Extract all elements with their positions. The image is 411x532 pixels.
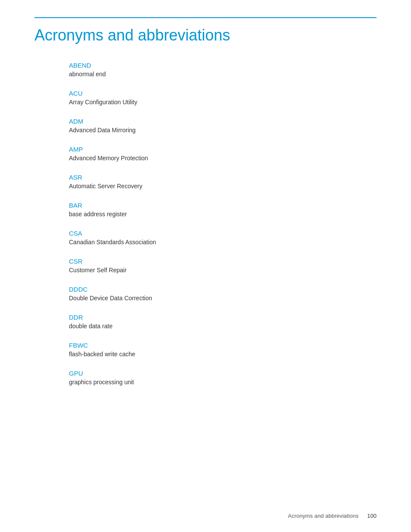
acronym-definition: Canadian Standards Association <box>69 239 377 246</box>
acronym-definition: Advanced Memory Protection <box>69 155 377 162</box>
page-container: Acronyms and abbreviations ABENDabnormal… <box>0 0 411 532</box>
acronym-item: ACUArray Configuration Utility <box>69 90 377 106</box>
acronym-definition: base address register <box>69 211 377 218</box>
acronym-item: BARbase address register <box>69 202 377 218</box>
acronym-term: CSR <box>69 258 377 265</box>
acronym-item: GPUgraphics processing unit <box>69 370 377 386</box>
acronym-item: CSRCustomer Self Repair <box>69 258 377 274</box>
acronym-definition: Array Configuration Utility <box>69 99 377 106</box>
page-title: Acronyms and abbreviations <box>34 26 377 44</box>
acronym-definition: flash-backed write cache <box>69 351 377 358</box>
acronym-definition: Automatic Server Recovery <box>69 183 377 190</box>
acronym-term: AMP <box>69 146 377 153</box>
acronym-term: FBWC <box>69 342 377 349</box>
acronym-term: ASR <box>69 174 377 181</box>
footer-text: Acronyms and abbreviations <box>288 513 358 519</box>
acronym-definition: Customer Self Repair <box>69 267 377 274</box>
acronym-term: ABEND <box>69 62 377 69</box>
top-rule <box>34 17 377 18</box>
footer-page-number: 100 <box>367 513 377 519</box>
acronym-term: ADM <box>69 118 377 125</box>
acronym-definition: double data rate <box>69 323 377 330</box>
acronyms-list: ABENDabnormal endACUArray Configuration … <box>34 62 377 386</box>
acronym-item: CSACanadian Standards Association <box>69 230 377 246</box>
acronym-term: DDDC <box>69 286 377 293</box>
acronym-item: AMPAdvanced Memory Protection <box>69 146 377 162</box>
acronym-item: ADMAdvanced Data Mirroring <box>69 118 377 134</box>
acronym-definition: abnormal end <box>69 71 377 78</box>
acronym-term: GPU <box>69 370 377 377</box>
page-footer: Acronyms and abbreviations 100 <box>288 513 377 519</box>
acronym-definition: graphics processing unit <box>69 379 377 386</box>
acronym-term: BAR <box>69 202 377 209</box>
acronym-definition: Double Device Data Correction <box>69 295 377 302</box>
acronym-item: ASRAutomatic Server Recovery <box>69 174 377 190</box>
acronym-term: ACU <box>69 90 377 97</box>
acronym-item: DDRdouble data rate <box>69 314 377 330</box>
acronym-term: DDR <box>69 314 377 321</box>
acronym-definition: Advanced Data Mirroring <box>69 127 377 134</box>
acronym-item: ABENDabnormal end <box>69 62 377 78</box>
acronym-item: FBWCflash-backed write cache <box>69 342 377 358</box>
acronym-item: DDDCDouble Device Data Correction <box>69 286 377 302</box>
acronym-term: CSA <box>69 230 377 237</box>
